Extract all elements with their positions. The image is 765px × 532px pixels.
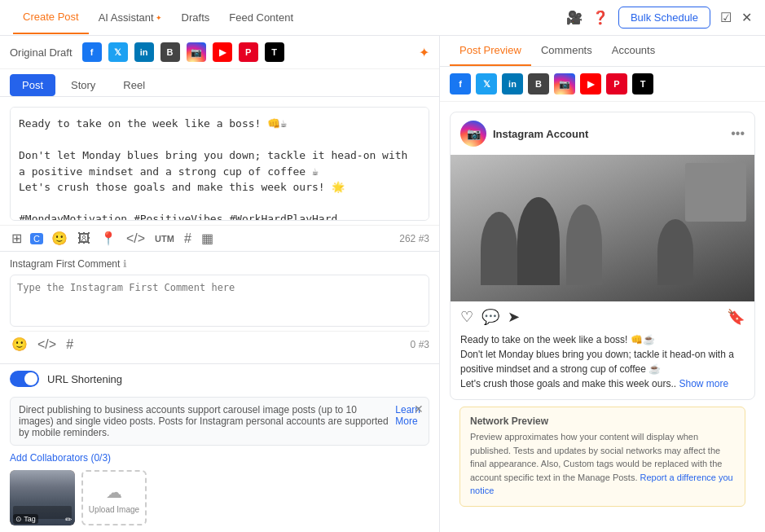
share-icon[interactable]: ➤ xyxy=(508,308,520,326)
social-icon-li[interactable]: in xyxy=(134,42,154,62)
video-icon[interactable]: 🎥 xyxy=(566,10,583,25)
url-shortening-toggle[interactable] xyxy=(10,371,39,387)
preview-social-icon-ig[interactable]: 📷 xyxy=(554,73,575,95)
ig-account-name: Instagram Account xyxy=(493,128,588,140)
preview-caption: Ready to take on the week like a boss! 👊… xyxy=(451,332,754,399)
first-comment-section: Instagram First Comment ℹ 🙂 </> # 0 #3 xyxy=(0,251,439,363)
first-comment-label: Instagram First Comment ℹ xyxy=(10,258,429,270)
media-area: ⊙ Tag ✏ ☁ Upload Image xyxy=(0,467,439,532)
preview-social-icon-fb[interactable]: f xyxy=(450,73,471,95)
help-icon[interactable]: ❓ xyxy=(592,10,609,25)
bookmark-icon[interactable]: 🔖 xyxy=(727,308,745,326)
hashtag-icon[interactable]: # xyxy=(182,230,193,248)
social-icon-pi[interactable]: P xyxy=(239,42,258,62)
preview-social-icon-bu[interactable]: B xyxy=(528,73,549,95)
preview-social-icon-yt[interactable]: ▶ xyxy=(580,73,601,95)
social-icon-bu[interactable]: B xyxy=(160,42,180,62)
social-icon-fb[interactable]: f xyxy=(82,42,102,62)
caption-line1: Ready to take on the week like a boss! 👊… xyxy=(460,334,655,345)
media-tag: ⊙ Tag xyxy=(13,514,38,524)
toggle-knob xyxy=(24,372,37,385)
caption-line2: Don't let Monday blues bring you down; t… xyxy=(460,349,734,375)
upload-image-button[interactable]: ☁ Upload Image xyxy=(81,470,147,525)
preview-social-icons: f 𝕏 in B 📷 ▶ P T xyxy=(440,67,765,102)
tab-post[interactable]: Post xyxy=(10,74,55,96)
info-banner: Direct publishing to business accounts s… xyxy=(10,397,429,446)
preview-social-icon-li[interactable]: in xyxy=(502,73,523,95)
content-tabs: Post Story Reel xyxy=(0,69,439,97)
ai-badge: ✦ xyxy=(156,14,162,22)
tab-accounts[interactable]: Accounts xyxy=(602,36,665,66)
media-thumbnail: ⊙ Tag ✏ xyxy=(10,470,75,525)
comment-hashtag-icon[interactable]: # xyxy=(64,336,75,354)
url-shortening-row: URL Shortening xyxy=(0,363,439,394)
emoji-icon[interactable]: 🙂 xyxy=(50,229,69,248)
preview-card: 📷 Instagram Account ••• xyxy=(450,112,755,400)
comment-icon[interactable]: 💬 xyxy=(481,308,499,326)
check-icon[interactable]: ☑ xyxy=(720,10,732,25)
add-collaborators-link[interactable]: Add Collaborators (0/3) xyxy=(0,449,439,467)
nav-create-post[interactable]: Create Post xyxy=(13,1,89,34)
tab-story[interactable]: Story xyxy=(59,74,108,96)
social-icon-tw[interactable]: 𝕏 xyxy=(108,42,128,62)
info-icon: ℹ xyxy=(123,258,127,270)
draft-header: Original Draft f 𝕏 in B 📷 ▶ P T ✦ xyxy=(0,36,439,69)
first-comment-textarea[interactable] xyxy=(10,275,429,327)
tab-comments[interactable]: Comments xyxy=(531,36,602,66)
bulk-schedule-button[interactable]: Bulk Schedule xyxy=(618,7,710,29)
right-panel: Post Preview Comments Accounts f 𝕏 in B … xyxy=(440,36,765,532)
close-banner-button[interactable]: ✕ xyxy=(414,402,424,415)
show-more-link[interactable]: Show more xyxy=(679,378,728,389)
comment-code-icon[interactable]: </> xyxy=(36,336,58,354)
preview-actions: ♡ 💬 ➤ 🔖 xyxy=(451,301,754,332)
preview-more-button[interactable]: ••• xyxy=(731,126,745,141)
nav-ai-assistant[interactable]: AI Assistant✦ xyxy=(89,2,172,33)
nav-feed-content[interactable]: Feed Content xyxy=(219,2,303,33)
ig-avatar: 📷 xyxy=(460,121,486,147)
char-count: 262 #3 xyxy=(399,233,429,244)
nav-right: 🎥 ❓ Bulk Schedule ☑ ✕ xyxy=(566,7,752,29)
post-textarea[interactable]: Ready to take on the week like a boss! 👊… xyxy=(10,107,429,221)
table-icon[interactable]: ▦ xyxy=(200,229,215,248)
info-banner-text: Direct publishing to business accounts s… xyxy=(19,404,390,438)
social-icon-ig[interactable]: 📷 xyxy=(187,42,206,62)
preview-social-icon-tk[interactable]: T xyxy=(632,73,653,95)
right-tabs: Post Preview Comments Accounts xyxy=(440,36,765,67)
comment-char-count: 0 #3 xyxy=(411,339,429,350)
left-panel: Original Draft f 𝕏 in B 📷 ▶ P T ✦ Post S… xyxy=(0,36,440,532)
utm-icon[interactable]: UTM xyxy=(153,232,176,245)
preview-social-icon-pi[interactable]: P xyxy=(606,73,627,95)
close-nav-button[interactable]: ✕ xyxy=(741,10,752,25)
spellcheck-icon[interactable]: C xyxy=(30,233,43,244)
comment-toolbar: 🙂 </> # 0 #3 xyxy=(10,331,429,357)
magic-icon[interactable]: ✦ xyxy=(419,45,429,60)
location-icon[interactable]: 📍 xyxy=(99,229,118,248)
caption-line3: Let's crush those goals and make this we… xyxy=(460,378,676,389)
social-icon-tk[interactable]: T xyxy=(265,42,284,62)
draft-label: Original Draft xyxy=(10,46,73,59)
preview-social-icon-tw[interactable]: 𝕏 xyxy=(476,73,497,95)
editor-toolbar: ⊞ C 🙂 🖼 📍 </> UTM # ▦ 262 #3 xyxy=(0,225,439,251)
network-preview-box: Network Preview Preview approximates how… xyxy=(459,407,745,507)
main-layout: Original Draft f 𝕏 in B 📷 ▶ P T ✦ Post S… xyxy=(0,36,765,532)
network-preview-title: Network Preview xyxy=(470,415,735,427)
tab-reel[interactable]: Reel xyxy=(111,74,157,96)
media-edit-icon[interactable]: ✏ xyxy=(65,515,72,524)
code-icon[interactable]: </> xyxy=(125,230,147,248)
like-icon[interactable]: ♡ xyxy=(460,308,473,326)
url-shortening-label: URL Shortening xyxy=(47,373,122,385)
nav-drafts[interactable]: Drafts xyxy=(172,2,220,33)
preview-image xyxy=(451,155,754,301)
comment-emoji-icon[interactable]: 🙂 xyxy=(10,335,29,354)
grid-icon[interactable]: ⊞ xyxy=(10,229,24,248)
post-text-container: Ready to take on the week like a boss! 👊… xyxy=(0,97,439,225)
image-icon[interactable]: 🖼 xyxy=(76,230,92,248)
preview-card-header: 📷 Instagram Account ••• xyxy=(451,112,754,155)
preview-scroll[interactable]: 📷 Instagram Account ••• xyxy=(440,102,765,532)
social-icon-yt[interactable]: ▶ xyxy=(213,42,232,62)
upload-cloud-icon: ☁ xyxy=(106,482,122,502)
upload-image-label: Upload Image xyxy=(89,505,139,514)
network-preview-text: Preview approximates how your content wi… xyxy=(470,430,735,498)
tab-post-preview[interactable]: Post Preview xyxy=(450,36,531,66)
top-nav: Create Post AI Assistant✦ Drafts Feed Co… xyxy=(0,0,765,36)
